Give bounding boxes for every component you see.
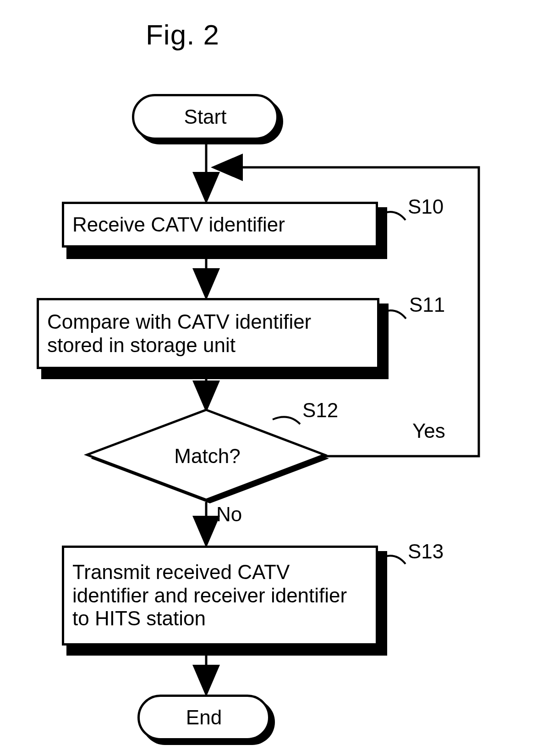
- end-label: End: [186, 706, 222, 729]
- step-s10: Receive CATV identifier: [62, 202, 387, 259]
- step-s11: Compare with CATV identifier stored in s…: [37, 298, 389, 381]
- edge-no: No: [216, 503, 242, 526]
- step-s12-decision: Match?: [82, 408, 332, 507]
- s12-text: Match?: [174, 445, 240, 467]
- flowchart-canvas: Fig. 2 Start: [9, 9, 548, 756]
- s11-text: Compare with CATV identifier stored in s…: [47, 310, 369, 357]
- s12-label: S12: [302, 399, 338, 422]
- s13-label: S13: [408, 540, 444, 563]
- s10-label: S10: [408, 195, 444, 218]
- s11-label: S11: [409, 293, 445, 316]
- end-node: End: [137, 695, 275, 745]
- s10-text: Receive CATV identifier: [72, 213, 285, 237]
- s13-text: Transmit received CATV identifier and re…: [72, 561, 367, 630]
- edge-yes: Yes: [412, 419, 445, 442]
- step-s13: Transmit received CATV identifier and re…: [62, 546, 387, 656]
